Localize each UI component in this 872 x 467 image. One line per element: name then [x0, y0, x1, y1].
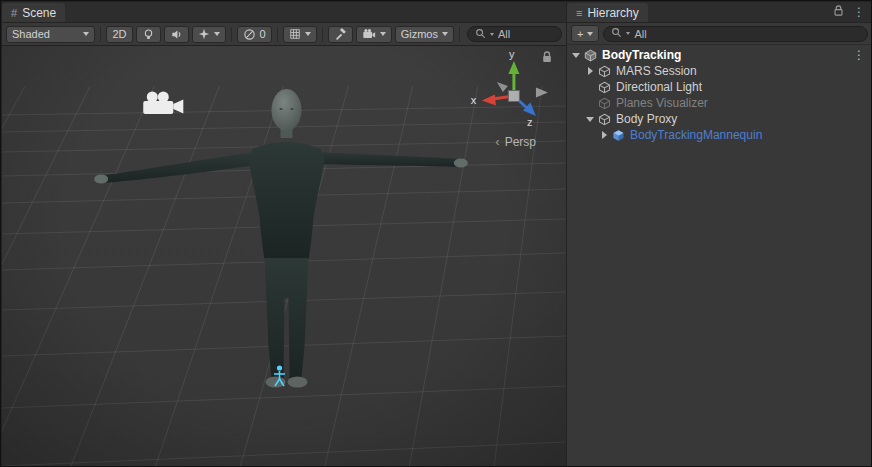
lock-icon[interactable]	[833, 5, 844, 20]
chevron-down-icon	[587, 32, 593, 36]
hierarchy-tabbar: ≡ Hierarchy ⋮	[567, 2, 872, 23]
hierarchy-search-value: All	[634, 28, 646, 40]
tab-hierarchy-label: Hierarchy	[587, 6, 638, 20]
grid-icon	[289, 28, 301, 40]
chevron-down-icon	[214, 32, 220, 36]
axis-y-label: y	[509, 48, 515, 60]
axis-orientation-gizmo[interactable]: y x z	[471, 48, 548, 128]
tabbar-spacer	[648, 2, 826, 22]
hierarchy-toolbar: + All	[567, 23, 872, 45]
toolbar-separator	[277, 27, 278, 42]
mannequin[interactable]	[94, 89, 468, 388]
panel-menu-icon[interactable]: ⋮	[853, 5, 865, 19]
scene-panel: # Scene Shaded 2D	[2, 2, 566, 466]
expand-triangle-icon[interactable]	[583, 67, 597, 75]
gameobject-cube-icon	[597, 96, 612, 111]
tree-row-body-proxy[interactable]: Body Proxy	[567, 111, 872, 127]
mannequin-left-arm	[102, 152, 254, 183]
axis-z-label: z	[527, 116, 533, 128]
2d-toggle-button[interactable]: 2D	[106, 26, 132, 43]
tree-row-bodytracking[interactable]: BodyTracking ⋮	[567, 47, 872, 63]
scene-camera-gizmo[interactable]	[143, 92, 183, 115]
chevron-down-icon	[490, 33, 494, 36]
scene-viewport[interactable]: y x z ‹ Persp	[2, 46, 566, 466]
mannequin-right-shoe	[288, 377, 308, 388]
hidden-count: 0	[260, 28, 266, 40]
toolbar-separator	[322, 27, 323, 42]
hierarchy-search-field[interactable]: All	[603, 26, 868, 42]
search-icon	[475, 28, 486, 41]
scene-context-menu-icon[interactable]: ⋮	[850, 48, 868, 62]
camera-icon	[362, 28, 376, 40]
hierarchy-panel: ≡ Hierarchy ⋮ + All	[567, 2, 872, 466]
scene-search-field[interactable]: All	[467, 26, 562, 42]
tools-icon	[334, 28, 347, 41]
unity-editor-window: # Scene Shaded 2D	[0, 0, 872, 467]
mannequin-legs	[264, 258, 308, 378]
scene-toolbar: Shaded 2D 0	[2, 23, 566, 46]
persp-caret-icon: ‹	[495, 134, 499, 149]
gameobject-cube-icon	[597, 80, 612, 95]
viewport-lock-icon[interactable]	[541, 51, 553, 67]
search-icon	[611, 27, 622, 40]
mannequin-right-hand	[454, 158, 468, 167]
scene-search-value: All	[498, 28, 510, 40]
speaker-icon	[170, 28, 183, 41]
camera-settings-dropdown[interactable]	[356, 26, 392, 43]
toolbar-separator	[231, 27, 232, 42]
editor-tools-button[interactable]	[328, 26, 353, 43]
hierarchy-list-icon: ≡	[576, 7, 582, 19]
mannequin-head	[271, 89, 301, 131]
tab-scene[interactable]: # Scene	[2, 3, 65, 22]
expand-triangle-icon[interactable]	[597, 131, 611, 139]
mannequin-torso	[248, 142, 324, 259]
effects-dropdown-button[interactable]	[192, 26, 226, 43]
unity-scene-icon	[583, 48, 598, 63]
lighting-toggle-button[interactable]	[136, 26, 161, 43]
collapse-triangle-icon[interactable]	[583, 117, 597, 122]
chevron-down-icon	[305, 32, 311, 36]
grid-snap-dropdown[interactable]	[283, 26, 317, 43]
chevron-down-icon	[442, 32, 448, 36]
perspective-toggle[interactable]: ‹ Persp	[495, 134, 536, 149]
audio-toggle-button[interactable]	[164, 26, 189, 43]
scene-grid-icon: #	[11, 7, 17, 19]
gameobject-cube-icon	[597, 112, 612, 127]
scene-tabbar: # Scene	[2, 2, 566, 23]
collapse-triangle-icon[interactable]	[569, 53, 583, 58]
toolbar-separator	[100, 27, 101, 42]
tree-row-planes-visualizer[interactable]: Planes Visualizer	[567, 95, 872, 111]
mannequin-left-hand	[94, 174, 108, 183]
hierarchy-tree: BodyTracking ⋮ MARS Session Directional …	[567, 45, 872, 466]
eye-slash-icon	[243, 28, 256, 41]
shading-mode-dropdown[interactable]: Shaded	[6, 26, 95, 43]
tab-hierarchy[interactable]: ≡ Hierarchy	[567, 3, 648, 22]
tree-row-mars-session[interactable]: MARS Session	[567, 63, 872, 79]
tree-row-bodytrackingmannequin[interactable]: BodyTrackingMannequin	[567, 127, 872, 143]
gizmos-dropdown[interactable]: Gizmos	[395, 26, 454, 43]
mannequin-right-arm	[319, 152, 460, 167]
prefab-cube-icon	[611, 128, 626, 143]
tab-scene-label: Scene	[22, 6, 56, 20]
effects-star-icon	[198, 28, 210, 40]
tabbar-spacer	[65, 2, 566, 22]
tree-row-directional-light[interactable]: Directional Light	[567, 79, 872, 95]
add-object-button[interactable]: +	[571, 25, 599, 42]
chevron-down-icon	[83, 32, 89, 36]
chevron-down-icon	[380, 32, 386, 36]
axis-x-label: x	[471, 94, 477, 106]
toolbar-separator	[459, 27, 460, 42]
chevron-down-icon	[626, 32, 630, 35]
light-bulb-icon	[142, 28, 155, 41]
scene-visibility-button[interactable]: 0	[237, 26, 272, 43]
scene-3d-canvas: y x z	[2, 46, 566, 466]
gameobject-cube-icon	[597, 64, 612, 79]
